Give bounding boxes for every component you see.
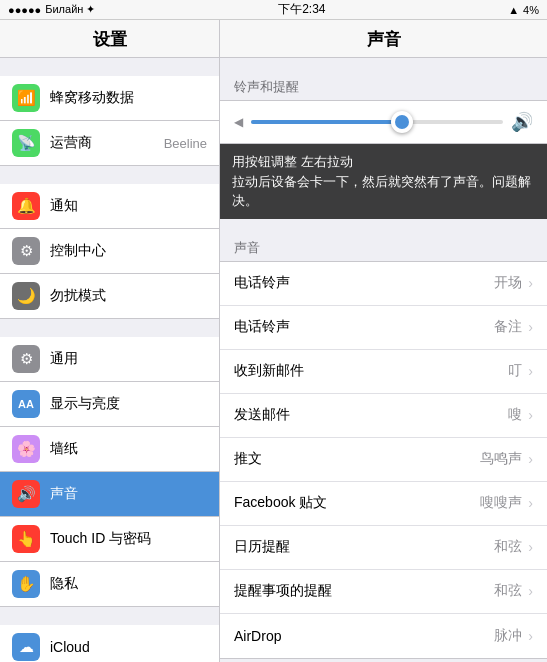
sidebar-item-general[interactable]: ⚙ 通用 — [0, 337, 219, 382]
tweet-value: 鸟鸣声 — [480, 450, 522, 468]
control-label: 控制中心 — [50, 242, 207, 260]
sounds-icon: 🔊 — [12, 480, 40, 508]
touchid-icon: 👆 — [12, 525, 40, 553]
send-mail-label: 发送邮件 — [234, 406, 508, 424]
new-mail-chevron: › — [528, 363, 533, 379]
facebook-chevron: › — [528, 495, 533, 511]
sidebar-item-carrier[interactable]: 📡 运营商 Beeline — [0, 121, 219, 166]
send-mail-value: 嗖 — [508, 406, 522, 424]
ringtone-section: 铃声和提醒 ◀ 🔊 — [220, 74, 547, 144]
calendar-label: 日历提醒 — [234, 538, 494, 556]
sidebar-item-donotdisturb[interactable]: 🌙 勿扰模式 — [0, 274, 219, 319]
wallpaper-label: 墙纸 — [50, 440, 207, 458]
donotdisturb-icon: 🌙 — [12, 282, 40, 310]
sidebar-item-wallpaper[interactable]: 🌸 墙纸 — [0, 427, 219, 472]
sidebar-item-cellular[interactable]: 📶 蜂窝移动数据 — [0, 76, 219, 121]
row-new-mail[interactable]: 收到新邮件 叮 › — [220, 350, 547, 394]
tooltip-overlay: 用按钮调整 左右拉动拉动后设备会卡一下，然后就突然有了声音。问题解决。 — [220, 144, 547, 219]
sounds-label: 声音 — [50, 485, 207, 503]
sidebar-item-touchid[interactable]: 👆 Touch ID 与密码 — [0, 517, 219, 562]
airdrop-label: AirDrop — [234, 628, 494, 644]
touchid-label: Touch ID 与密码 — [50, 530, 207, 548]
privacy-label: 隐私 — [50, 575, 207, 593]
sidebar-item-notification[interactable]: 🔔 通知 — [0, 184, 219, 229]
cellular-label: 蜂窝移动数据 — [50, 89, 207, 107]
calendar-value: 和弦 — [494, 538, 522, 556]
general-label: 通用 — [50, 350, 207, 368]
tooltip-text: 用按钮调整 左右拉动拉动后设备会卡一下，然后就突然有了声音。问题解决。 — [232, 154, 531, 208]
privacy-icon: ✋ — [12, 570, 40, 598]
status-right: ▲ 4% — [508, 4, 539, 16]
volume-section: ◀ 🔊 — [220, 100, 547, 144]
sounds-section-body: 电话铃声 开场 › 电话铃声 备注 › 收到新邮件 叮 › 发送邮件 嗖 — [220, 261, 547, 659]
phone-ringtone2-value: 备注 — [494, 318, 522, 336]
ringtone-section-title: 铃声和提醒 — [220, 74, 547, 100]
wallpaper-icon: 🌸 — [12, 435, 40, 463]
icloud-label: iCloud — [50, 639, 207, 655]
status-left: ●●●●● Билайн ✦ — [8, 3, 95, 16]
sidebar-item-sounds[interactable]: 🔊 声音 — [0, 472, 219, 517]
notification-icon: 🔔 — [12, 192, 40, 220]
row-facebook[interactable]: Facebook 贴文 嗖嗖声 › — [220, 482, 547, 526]
airdrop-chevron: › — [528, 628, 533, 644]
notification-label: 通知 — [50, 197, 207, 215]
slider-row[interactable]: ◀ 🔊 — [234, 111, 533, 133]
carrier-label: 运营商 — [50, 134, 164, 152]
main-layout: 设置 📶 蜂窝移动数据 📡 运营商 Beeline 🔔 通知 ⚙ 控制中心 🌙 … — [0, 20, 547, 662]
calendar-chevron: › — [528, 539, 533, 555]
airdrop-value: 脉冲 — [494, 627, 522, 645]
row-phone-ringtone2[interactable]: 电话铃声 备注 › — [220, 306, 547, 350]
phone-ringtone2-label: 电话铃声 — [234, 318, 494, 336]
status-time: 下午2:34 — [278, 1, 325, 18]
content-panel: 声音 铃声和提醒 ◀ 🔊 用按钮调整 左右拉动拉动后设备会卡一下 — [220, 20, 547, 662]
new-mail-label: 收到新邮件 — [234, 362, 508, 380]
battery-label: 4% — [523, 4, 539, 16]
row-airdrop[interactable]: AirDrop 脉冲 › — [220, 614, 547, 658]
donotdisturb-label: 勿扰模式 — [50, 287, 207, 305]
slider-fill — [251, 120, 402, 124]
sounds-section: 声音 电话铃声 开场 › 电话铃声 备注 › 收到新邮件 叮 › — [220, 235, 547, 659]
sidebar-title: 设置 — [0, 20, 219, 58]
new-mail-value: 叮 — [508, 362, 522, 380]
display-icon: AA — [12, 390, 40, 418]
volume-slider[interactable] — [251, 120, 503, 124]
sidebar-item-privacy[interactable]: ✋ 隐私 — [0, 562, 219, 607]
volume-low-icon: ◀ — [234, 115, 243, 129]
control-icon: ⚙ — [12, 237, 40, 265]
row-send-mail[interactable]: 发送邮件 嗖 › — [220, 394, 547, 438]
icloud-icon: ☁ — [12, 633, 40, 661]
sidebar-item-icloud[interactable]: ☁ iCloud — [0, 625, 219, 662]
row-reminder[interactable]: 提醒事项的提醒 和弦 › — [220, 570, 547, 614]
facebook-value: 嗖嗖声 — [480, 494, 522, 512]
status-bar: ●●●●● Билайн ✦ 下午2:34 ▲ 4% — [0, 0, 547, 20]
general-icon: ⚙ — [12, 345, 40, 373]
sidebar[interactable]: 设置 📶 蜂窝移动数据 📡 运营商 Beeline 🔔 通知 ⚙ 控制中心 🌙 … — [0, 20, 220, 662]
signal-dots: ●●●●● — [8, 4, 41, 16]
cellular-icon: 📶 — [12, 84, 40, 112]
phone-ringtone-chevron: › — [528, 275, 533, 291]
sidebar-item-control[interactable]: ⚙ 控制中心 — [0, 229, 219, 274]
facebook-label: Facebook 贴文 — [234, 494, 480, 512]
row-calendar[interactable]: 日历提醒 和弦 › — [220, 526, 547, 570]
phone-ringtone2-chevron: › — [528, 319, 533, 335]
slider-thumb-inner — [395, 115, 409, 129]
carrier-label: Билайн ✦ — [45, 3, 95, 16]
wifi-icon: ▲ — [508, 4, 519, 16]
sidebar-item-display[interactable]: AA 显示与亮度 — [0, 382, 219, 427]
carrier-value: Beeline — [164, 136, 207, 151]
reminder-label: 提醒事项的提醒 — [234, 582, 494, 600]
phone-ringtone-label: 电话铃声 — [234, 274, 494, 292]
row-tweet[interactable]: 推文 鸟鸣声 › — [220, 438, 547, 482]
volume-high-icon: 🔊 — [511, 111, 533, 133]
slider-thumb[interactable] — [391, 111, 413, 133]
phone-ringtone-value: 开场 — [494, 274, 522, 292]
reminder-value: 和弦 — [494, 582, 522, 600]
row-phone-ringtone[interactable]: 电话铃声 开场 › — [220, 262, 547, 306]
tweet-label: 推文 — [234, 450, 480, 468]
send-mail-chevron: › — [528, 407, 533, 423]
sounds-section-title: 声音 — [220, 235, 547, 261]
content-title: 声音 — [220, 20, 547, 58]
display-label: 显示与亮度 — [50, 395, 207, 413]
reminder-chevron: › — [528, 583, 533, 599]
tweet-chevron: › — [528, 451, 533, 467]
